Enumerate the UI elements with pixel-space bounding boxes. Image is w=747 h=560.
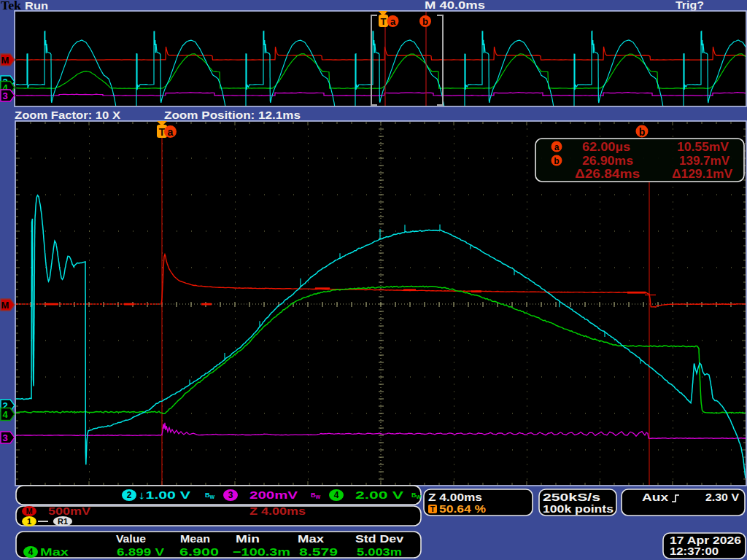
- svg-text:Aux: Aux: [642, 491, 669, 503]
- svg-text:1: 1: [27, 517, 31, 526]
- svg-text:Δ129.1mV: Δ129.1mV: [672, 168, 732, 180]
- svg-text:200mV: 200mV: [249, 489, 298, 501]
- svg-text:Max: Max: [40, 545, 69, 558]
- svg-text:Trig?: Trig?: [676, 0, 704, 11]
- svg-text:3: 3: [2, 90, 7, 101]
- svg-text:Zoom Factor: 10 X: Zoom Factor: 10 X: [15, 109, 120, 121]
- svg-text:Z 4.00ms: Z 4.00ms: [428, 491, 482, 503]
- svg-text:2: 2: [127, 490, 132, 500]
- svg-text:↓1.00 V: ↓1.00 V: [138, 489, 190, 501]
- svg-text:R1: R1: [58, 517, 68, 526]
- svg-text:3: 3: [228, 490, 233, 500]
- svg-text:Std Dev: Std Dev: [355, 532, 404, 545]
- svg-text:4: 4: [2, 409, 8, 420]
- svg-text:Zoom Position: 12.1ms: Zoom Position: 12.1ms: [164, 109, 301, 121]
- svg-text:Z 4.00ms: Z 4.00ms: [249, 505, 306, 517]
- svg-text:3: 3: [2, 432, 7, 443]
- svg-text:6.900: 6.900: [179, 545, 219, 558]
- svg-text:Min: Min: [236, 532, 260, 545]
- svg-text:M 40.0ms: M 40.0ms: [425, 0, 485, 11]
- svg-text:−100.3m: −100.3m: [233, 545, 290, 558]
- svg-text:T: T: [430, 505, 436, 513]
- svg-text:26.90ms: 26.90ms: [582, 155, 633, 167]
- svg-text:100k points: 100k points: [543, 502, 614, 515]
- svg-text:b: b: [639, 126, 646, 138]
- svg-text:4: 4: [28, 547, 34, 557]
- svg-text:M: M: [1, 300, 9, 311]
- svg-text:250kS/s: 250kS/s: [543, 491, 600, 503]
- svg-text:6.899 V: 6.899 V: [117, 545, 164, 558]
- svg-text:2.30 V: 2.30 V: [705, 491, 739, 503]
- svg-text:4: 4: [334, 490, 339, 500]
- svg-text:50.64 %: 50.64 %: [439, 502, 486, 515]
- svg-text:b: b: [554, 156, 559, 166]
- svg-text:12:37:00: 12:37:00: [670, 545, 719, 557]
- svg-text:Run: Run: [25, 0, 48, 12]
- svg-text:2.00 V: 2.00 V: [355, 489, 403, 501]
- svg-text:139.7mV: 139.7mV: [679, 155, 729, 167]
- svg-text:Value: Value: [116, 532, 146, 545]
- svg-text:10.55mV: 10.55mV: [677, 141, 729, 153]
- svg-text:Δ26.84ms: Δ26.84ms: [575, 168, 640, 180]
- svg-text:5.003m: 5.003m: [357, 545, 402, 558]
- svg-text:T: T: [381, 16, 387, 27]
- svg-text:Max: Max: [298, 532, 325, 545]
- svg-text:62.00µs: 62.00µs: [582, 141, 630, 153]
- svg-text:500mV: 500mV: [48, 505, 90, 517]
- svg-text:a: a: [168, 126, 174, 138]
- svg-text:a: a: [390, 16, 396, 27]
- svg-text:b: b: [422, 16, 428, 27]
- svg-text:a: a: [554, 142, 560, 152]
- svg-text:M: M: [1, 55, 9, 66]
- svg-text:8.579: 8.579: [299, 545, 338, 558]
- svg-text:M: M: [26, 507, 32, 516]
- svg-text:Mean: Mean: [180, 532, 210, 545]
